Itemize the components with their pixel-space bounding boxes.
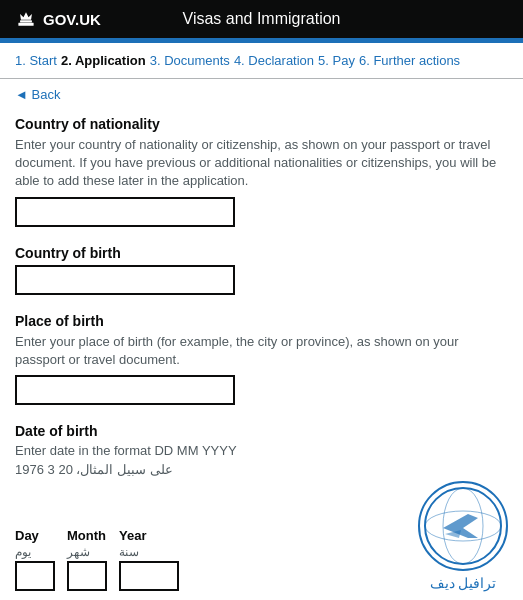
dob-fields: Day يوم Month شهر Year سنة (15, 528, 191, 591)
gov-logo: GOV.UK (15, 10, 101, 28)
logo-svg (423, 486, 503, 566)
dob-day-field: Day يوم (15, 528, 55, 591)
dob-label: Date of birth (15, 423, 508, 439)
dob-day-input[interactable] (15, 561, 55, 591)
nationality-hint: Enter your country of nationality or cit… (15, 136, 508, 191)
dob-year-input[interactable] (119, 561, 179, 591)
main-content: Country of nationality Enter your countr… (0, 106, 523, 600)
dob-day-label-ar: يوم (15, 545, 31, 559)
step-further-actions[interactable]: 6. Further actions (359, 53, 460, 68)
step-start[interactable]: 1. Start (15, 53, 57, 68)
logo-text: GOV.UK (43, 11, 101, 28)
nationality-input[interactable] (15, 197, 235, 227)
dob-month-field: Month شهر (67, 528, 107, 591)
step-nav: 1. Start 2. Application 3. Documents 4. … (0, 43, 523, 79)
nationality-field-group: Country of nationality Enter your countr… (15, 116, 508, 227)
header-title: Visas and Immigration (183, 10, 341, 28)
back-link[interactable]: ◄ Back (15, 87, 508, 102)
dob-month-label-en: Month (67, 528, 106, 543)
country-of-birth-field-group: Country of birth (15, 245, 508, 295)
logo-watermark: ترافيل ديف (418, 481, 508, 591)
dob-day-label-en: Day (15, 528, 39, 543)
svg-rect-1 (18, 23, 33, 26)
dob-month-input[interactable] (67, 561, 107, 591)
nationality-label: Country of nationality (15, 116, 508, 132)
step-application[interactable]: 2. Application (61, 53, 146, 68)
country-of-birth-input[interactable] (15, 265, 235, 295)
place-of-birth-hint: Enter your place of birth (for example, … (15, 333, 508, 369)
country-of-birth-label: Country of birth (15, 245, 508, 261)
step-declaration[interactable]: 4. Declaration (234, 53, 314, 68)
place-of-birth-field-group: Place of birth Enter your place of birth… (15, 313, 508, 405)
dob-hint: Enter date in the format DD MM YYYY (15, 443, 508, 458)
dob-row: Day يوم Month شهر Year سنة (15, 481, 508, 591)
dob-year-label-en: Year (119, 528, 146, 543)
header: GOV.UK Visas and Immigration (0, 0, 523, 38)
step-pay[interactable]: 5. Pay (318, 53, 355, 68)
back-link-container: ◄ Back (0, 79, 523, 106)
svg-rect-0 (20, 20, 32, 22)
dob-example: على سبيل المثال، 20 3 1976 (15, 462, 508, 477)
step-documents[interactable]: 3. Documents (150, 53, 230, 68)
date-of-birth-field-group: Date of birth Enter date in the format D… (15, 423, 508, 591)
place-of-birth-label: Place of birth (15, 313, 508, 329)
logo-text-ar: ترافيل ديف (430, 575, 497, 591)
dob-year-field: Year سنة (119, 528, 179, 591)
crown-icon (15, 10, 37, 28)
dob-year-label-ar: سنة (119, 545, 139, 559)
logo-circle (418, 481, 508, 571)
place-of-birth-input[interactable] (15, 375, 235, 405)
dob-month-label-ar: شهر (67, 545, 90, 559)
